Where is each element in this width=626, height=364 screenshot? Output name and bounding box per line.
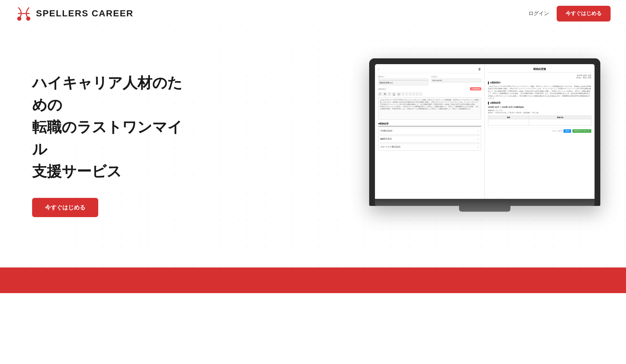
editor-align-left-btn[interactable] — [402, 92, 404, 96]
start-button-header[interactable]: 今すぐはじめる — [557, 6, 611, 21]
logo-text: SPELLERS CAREER — [36, 8, 134, 19]
created-date-label: 作成日 * — [431, 76, 482, 78]
table-header-period: 期間 — [488, 115, 529, 119]
hero-text: ハイキャリア人材のための 転職のラストワンマイル 支援サービス 今すぐはじめる — [32, 53, 186, 217]
hero-heading-line2: 転職のラストワンマイル — [32, 119, 182, 157]
editor-paragraph-btn[interactable]: P — [378, 92, 382, 96]
doc-name-label: 書類名 * — [378, 76, 429, 78]
screen-toolbar: ‹ 🗑 — [378, 67, 481, 73]
screen-right-panel: 職務経歴書 2024年 08月 01日 （氏名） 東京 太郎 ■職務要約 これま… — [485, 64, 595, 199]
cancel-button[interactable]: キャンセル — [552, 130, 562, 132]
editor-content[interactable]: これまでのキャリアの中でO年のプロジェクトマネジメント経験、O年のコンサルティン… — [378, 97, 481, 120]
hero-heading: ハイキャリア人材のための 転職のラストワンマイル 支援サービス — [32, 72, 186, 182]
logo-icon — [15, 5, 32, 22]
laptop-mockup: ‹ 🗑 書類名 * // inline render — [369, 58, 600, 212]
summary-label: 職務要約 * — [378, 88, 387, 90]
company-name-2: ■■株式会社 — [380, 138, 392, 140]
doc-name-input-mock[interactable]: 職務経歴書Ver1 — [378, 80, 429, 85]
company-row-2[interactable]: ■■株式会社 ∧ — [378, 136, 481, 143]
right-career-section: ■職務経歴 2008年 08月 〜 2008年 08月 OO株式会社 業種内容：… — [488, 102, 591, 126]
action-buttons-row: キャンセル 送存 PDFダウンロード — [488, 128, 591, 133]
hero-section: ハイキャリア人材のための 転職のラストワンマイル 支援サービス 今すぐはじめる … — [0, 27, 626, 267]
editor-redo-btn[interactable] — [419, 92, 422, 96]
editor-link-btn[interactable] — [412, 92, 415, 96]
right-career-detail2: 資本金：***百万円 売上高：***百万円（20xx年） 従業員数：***名 上… — [488, 112, 591, 114]
delete-icon: 🗑 — [478, 67, 481, 71]
created-date-input-mock[interactable]: 2024-08-01 — [431, 79, 482, 82]
chevron-icon-1: ∧ — [477, 130, 479, 133]
doc-name-field: 書類名 * // inline render 職務経歴書Ver1 — [378, 76, 429, 85]
table-cell-period — [488, 119, 529, 125]
chevron-icon-3: ∧ — [477, 146, 479, 149]
table-header-content: 業務内容 — [529, 115, 591, 119]
company-row-1[interactable]: OO株式会社 ∧ — [378, 128, 481, 135]
hero-cta-button[interactable]: 今すぐはじめる — [32, 198, 98, 217]
editor-bold-btn[interactable]: B — [383, 92, 387, 96]
created-date-field: 作成日 * 2024-08-01 — [431, 76, 482, 85]
svg-point-2 — [18, 17, 21, 20]
pdf-download-button[interactable]: PDFダウンロード — [572, 129, 591, 133]
screen-fields-row: 書類名 * // inline render 職務経歴書Ver1 — [378, 76, 481, 85]
header: SPELLERS CAREER ログイン 今すぐはじめる — [0, 0, 626, 27]
footer-bar — [0, 267, 626, 293]
editor-strikethrough-btn[interactable]: S̶ — [397, 92, 401, 96]
editor-italic-btn[interactable]: I — [388, 92, 391, 96]
company-name-1: OO株式会社 — [380, 130, 393, 132]
screen-left-panel: ‹ 🗑 書類名 * // inline render — [375, 64, 485, 199]
editor-align-center-btn[interactable] — [405, 92, 408, 96]
editor-underline-btn[interactable]: U — [392, 92, 396, 96]
hero-heading-line1: ハイキャリア人材のための — [32, 74, 182, 113]
right-summary-section: ■職務要約 これまでのキャリアの中でO年のプロジェクトマネジメント経験、O年のコ… — [488, 81, 591, 100]
right-panel-date: 2024年 08月 01日 （氏名） 東京 太郎 — [488, 74, 591, 79]
back-icon: ‹ — [378, 67, 379, 71]
summary-section: 職務要約 * AI文章作成 P B I U S̶ — [378, 87, 481, 120]
doc-name-value: // inline render — [378, 79, 429, 80]
editor-undo-btn[interactable] — [416, 92, 418, 96]
header-nav: ログイン 今すぐはじめる — [528, 6, 611, 21]
right-summary-title: ■職務要約 — [488, 81, 591, 84]
company-name-3: カナイゴト株式会社 — [380, 146, 401, 148]
laptop-base — [375, 199, 595, 206]
right-career-detail1: 業種内容：テレアポ — [488, 109, 591, 112]
career-table: 期間 業務内容 — [488, 115, 591, 126]
logo-area: SPELLERS CAREER — [15, 5, 134, 22]
work-history-header: ■職務経歴 — [378, 122, 481, 126]
laptop-screen: ‹ 🗑 書類名 * // inline render — [375, 64, 595, 199]
hero-heading-line3: 支援サービス — [32, 163, 122, 180]
laptop-stand — [459, 206, 510, 212]
right-panel-title: 職務経歴書 — [488, 67, 591, 72]
svg-point-3 — [27, 17, 30, 20]
right-career-period: 2008年 08月 〜 2008年 08月 OO株式会社 — [488, 106, 591, 109]
laptop-body: ‹ 🗑 書類名 * // inline render — [369, 58, 600, 206]
login-link[interactable]: ログイン — [528, 10, 549, 17]
company-row-3[interactable]: カナイゴト株式会社 ∧ — [378, 144, 481, 151]
ai-badge[interactable]: AI文章作成 — [470, 87, 481, 90]
editor-toolbar: P B I U S̶ — [378, 92, 481, 96]
editor-align-right-btn[interactable] — [409, 92, 411, 96]
right-career-title: ■職務経歴 — [488, 102, 591, 105]
chevron-icon-2: ∧ — [477, 138, 479, 141]
save-button[interactable]: 送存 — [563, 129, 571, 133]
table-cell-content — [529, 119, 591, 125]
right-summary-text: これまでのキャリアの中でO年のプロジェクトマネジメント経験、O年のコンサルティン… — [488, 85, 591, 100]
